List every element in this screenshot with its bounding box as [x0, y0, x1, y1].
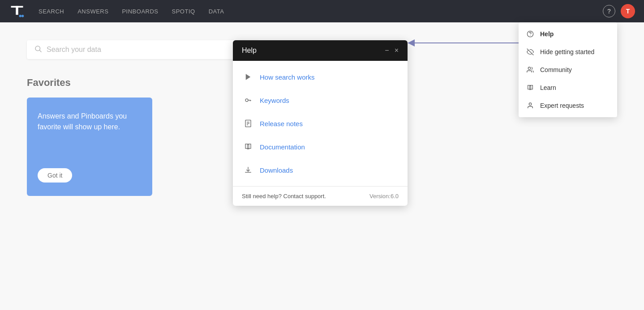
key-icon	[244, 96, 253, 105]
help-modal-title: Help	[242, 47, 257, 55]
dropdown-item-hide-getting-started[interactable]: Hide getting started	[519, 43, 617, 61]
help-menu-item-release-notes[interactable]: Release notes	[233, 112, 408, 135]
how-search-works-label: How search works	[260, 73, 315, 81]
topnav: SEARCH ANSWERS PINBOARDS SPOTIQ DATA ? T	[0, 0, 644, 22]
help-modal-footer: Still need help? Contact support. Versio…	[233, 186, 408, 206]
play-icon	[244, 72, 253, 81]
keywords-label: Keywords	[260, 97, 289, 104]
svg-marker-7	[246, 74, 251, 80]
help-menu-item-documentation[interactable]: Documentation	[233, 135, 408, 158]
dropdown-item-help[interactable]: Help	[519, 25, 617, 43]
help-button[interactable]: ?	[603, 5, 615, 17]
community-icon	[526, 65, 535, 74]
nav-data[interactable]: DATA	[209, 8, 224, 15]
topnav-links: SEARCH ANSWERS PINBOARDS SPOTIQ DATA	[39, 8, 603, 15]
close-button[interactable]: ×	[395, 47, 399, 54]
learn-icon	[526, 83, 535, 92]
person-icon	[526, 101, 535, 110]
help-menu-item-downloads[interactable]: Downloads	[233, 158, 408, 182]
topnav-right: ? T	[603, 4, 635, 18]
help-menu-item-how-search-works[interactable]: How search works	[233, 65, 408, 89]
doc-icon	[244, 119, 253, 128]
svg-point-8	[245, 99, 248, 102]
nav-spotiq[interactable]: SPOTIQ	[172, 8, 195, 15]
documentation-label: Documentation	[260, 143, 305, 151]
help-menu-item-keywords[interactable]: Keywords	[233, 89, 408, 112]
dropdown-hide-label: Hide getting started	[540, 48, 594, 55]
release-notes-label: Release notes	[260, 120, 303, 127]
nav-search[interactable]: SEARCH	[39, 8, 64, 15]
dropdown-help-label: Help	[540, 30, 554, 38]
nav-pinboards[interactable]: PINBOARDS	[122, 8, 158, 15]
dropdown-item-expert-requests[interactable]: Expert requests	[519, 97, 617, 115]
svg-rect-1	[16, 6, 18, 15]
svg-point-19	[528, 67, 530, 69]
help-dropdown: Help Hide getting started Community	[519, 22, 617, 117]
svg-point-2	[19, 15, 21, 17]
download-icon	[244, 166, 253, 174]
user-avatar[interactable]: T	[621, 4, 635, 18]
help-footer-text: Still need help? Contact support.	[242, 193, 326, 200]
nav-answers[interactable]: ANSWERS	[77, 8, 108, 15]
help-modal-header: Help − ×	[233, 40, 408, 61]
dropdown-item-learn[interactable]: Learn	[519, 79, 617, 97]
dropdown-item-community[interactable]: Community	[519, 61, 617, 79]
dropdown-expert-label: Expert requests	[540, 102, 584, 109]
svg-point-3	[21, 15, 24, 17]
help-dropdown-icon	[526, 30, 535, 38]
help-modal-controls: − ×	[385, 47, 399, 54]
minimize-button[interactable]: −	[385, 47, 389, 54]
svg-point-17	[530, 35, 531, 36]
dropdown-community-label: Community	[540, 66, 572, 73]
eye-off-icon	[526, 47, 535, 56]
help-modal: Help − × How search works	[233, 40, 408, 206]
svg-point-20	[529, 103, 531, 105]
downloads-label: Downloads	[260, 166, 293, 174]
help-modal-body: How search works Keywords	[233, 61, 408, 186]
help-version: Version:6.0	[369, 193, 399, 200]
logo[interactable]	[9, 3, 25, 19]
book-icon	[244, 142, 253, 151]
dropdown-learn-label: Learn	[540, 84, 556, 91]
